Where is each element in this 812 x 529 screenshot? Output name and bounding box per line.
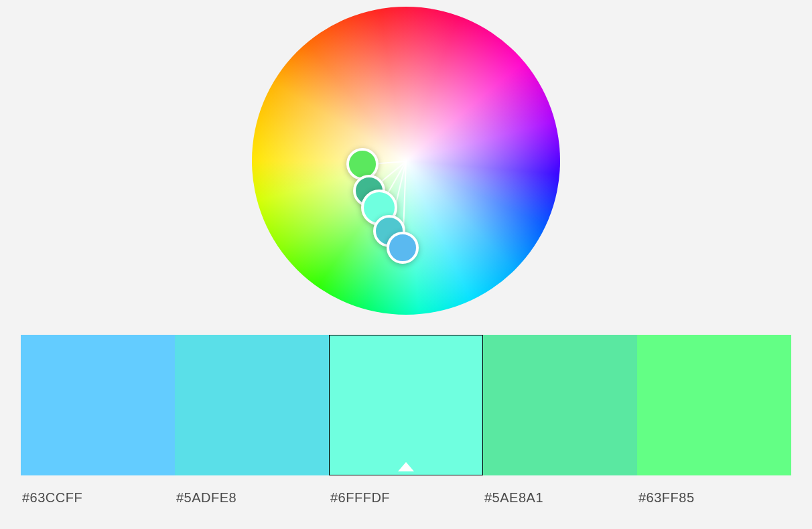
- swatch-4[interactable]: [637, 335, 791, 475]
- swatch-2[interactable]: [329, 335, 483, 475]
- swatch-3[interactable]: [483, 335, 637, 475]
- swatch-label-3: #5AE8A1: [483, 490, 637, 506]
- swatch-1[interactable]: [175, 335, 329, 475]
- palette-swatches: [21, 335, 791, 475]
- swatch-label-1: #5ADFE8: [175, 490, 329, 506]
- swatch-label-2: #6FFFDF: [329, 490, 483, 506]
- color-wheel[interactable]: [252, 7, 560, 315]
- wheel-handle-4[interactable]: [387, 232, 419, 264]
- swatch-label-0: #63CCFF: [21, 490, 175, 506]
- color-wheel-gradient: [252, 7, 560, 315]
- caret-up-icon: [398, 462, 414, 471]
- swatch-label-4: #63FF85: [637, 490, 791, 506]
- palette-labels: #63CCFF#5ADFE8#6FFFDF#5AE8A1#63FF85: [21, 490, 791, 506]
- swatch-0[interactable]: [21, 335, 175, 475]
